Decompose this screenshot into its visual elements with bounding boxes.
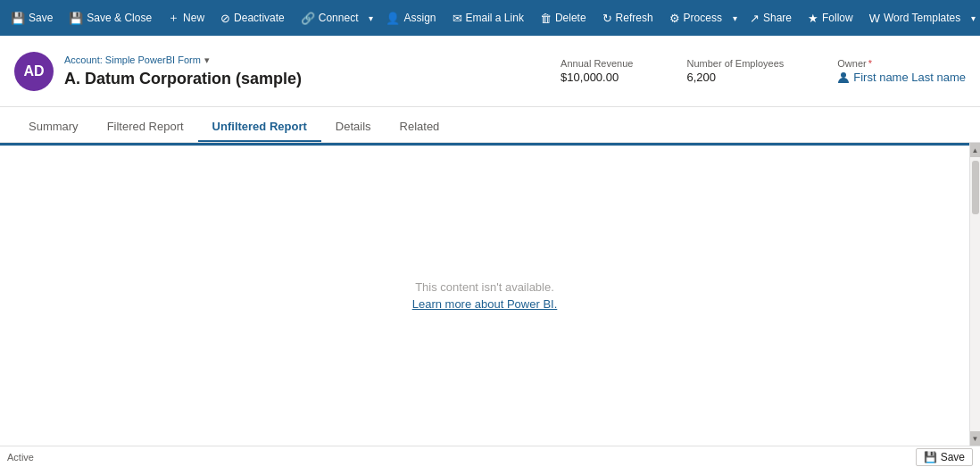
tab-filtered-report[interactable]: Filtered Report	[93, 111, 198, 142]
entity-title-area: Account: Simple PowerBI Form ▾ A. Datum …	[64, 54, 561, 88]
breadcrumb: Account: Simple PowerBI Form ▾	[64, 54, 561, 66]
delete-button[interactable]: 🗑 Delete	[533, 8, 594, 29]
deactivate-icon: ⊘	[220, 12, 230, 25]
follow-icon: ★	[808, 12, 818, 25]
assign-icon: 👤	[386, 12, 400, 25]
follow-button[interactable]: ★ Follow	[801, 8, 860, 29]
scroll-thumb[interactable]	[972, 161, 979, 214]
word-templates-button[interactable]: W Word Templates	[862, 8, 968, 29]
deactivate-button[interactable]: ⊘ Deactivate	[213, 8, 292, 29]
avatar: AD	[14, 52, 54, 91]
save-close-icon: 💾	[69, 12, 83, 25]
connect-dropdown-arrow[interactable]: ▾	[365, 10, 377, 27]
toolbar: 💾 Save 💾 Save & Close ＋ New ⊘ Deactivate…	[0, 0, 980, 36]
new-button[interactable]: ＋ New	[161, 6, 212, 29]
breadcrumb-link[interactable]: Account: Simple PowerBI Form	[64, 54, 201, 65]
delete-icon: 🗑	[540, 12, 552, 25]
refresh-icon: ↻	[602, 12, 612, 25]
required-indicator: *	[868, 58, 872, 69]
annual-revenue-label: Annual Revenue	[561, 58, 633, 69]
field-owner: Owner* First name Last name	[837, 58, 966, 84]
status-save-button[interactable]: 💾 Save	[916, 448, 973, 466]
entity-name: A. Datum Corporation (sample)	[64, 70, 561, 88]
save-button[interactable]: 💾 Save	[4, 8, 60, 29]
email-icon: ✉	[453, 12, 462, 25]
save-close-button[interactable]: 💾 Save & Close	[62, 8, 159, 29]
num-employees-value: 6,200	[686, 71, 784, 84]
connect-icon: 🔗	[301, 12, 315, 25]
tab-details[interactable]: Details	[321, 111, 386, 142]
powerbi-placeholder: This content isn't available. Learn more…	[0, 146, 969, 446]
entity-fields: Annual Revenue $10,000.00 Number of Empl…	[561, 58, 966, 84]
scrollbar[interactable]: ▲ ▼	[969, 143, 980, 446]
breadcrumb-chevron-icon: ▾	[204, 54, 210, 66]
main-content: This content isn't available. Learn more…	[0, 143, 969, 446]
connect-button[interactable]: 🔗 Connect	[294, 8, 366, 29]
refresh-button[interactable]: ↻ Refresh	[595, 8, 660, 29]
num-employees-label: Number of Employees	[686, 58, 784, 69]
new-icon: ＋	[168, 10, 179, 26]
word-templates-dropdown-arrow[interactable]: ▾	[968, 10, 979, 27]
powerbi-unavailable-message: This content isn't available.	[415, 280, 554, 294]
field-annual-revenue: Annual Revenue $10,000.00	[561, 58, 633, 84]
email-link-button[interactable]: ✉ Email a Link	[445, 8, 531, 29]
tab-summary[interactable]: Summary	[14, 111, 93, 142]
word-templates-icon: W	[869, 12, 880, 25]
owner-value[interactable]: First name Last name	[837, 71, 966, 84]
tab-unfiltered-report[interactable]: Unfiltered Report	[198, 111, 321, 142]
share-icon: ↗	[750, 12, 760, 25]
tab-related[interactable]: Related	[386, 111, 454, 142]
process-dropdown-arrow[interactable]: ▾	[729, 10, 741, 27]
save-icon: 💾	[11, 12, 25, 25]
entity-header: AD Account: Simple PowerBI Form ▾ A. Dat…	[0, 36, 980, 107]
owner-label: Owner*	[837, 58, 966, 69]
status-save-icon: 💾	[924, 451, 937, 463]
status-bar: Active 💾 Save	[0, 446, 980, 467]
svg-point-0	[841, 72, 846, 78]
tabs-bar: Summary Filtered Report Unfiltered Repor…	[0, 107, 980, 143]
owner-person-icon	[837, 71, 850, 84]
process-icon: ⚙	[669, 12, 680, 25]
annual-revenue-value: $10,000.00	[561, 71, 633, 84]
content-wrapper: This content isn't available. Learn more…	[0, 143, 980, 446]
scroll-down-button[interactable]: ▼	[970, 431, 980, 446]
share-button[interactable]: ↗ Share	[743, 8, 799, 29]
powerbi-learn-more-link[interactable]: Learn more about Power BI.	[412, 297, 558, 311]
scroll-up-button[interactable]: ▲	[970, 143, 980, 157]
assign-button[interactable]: 👤 Assign	[378, 8, 443, 29]
status-text: Active	[7, 452, 34, 463]
field-num-employees: Number of Employees 6,200	[686, 58, 784, 84]
process-button[interactable]: ⚙ Process	[662, 8, 729, 29]
